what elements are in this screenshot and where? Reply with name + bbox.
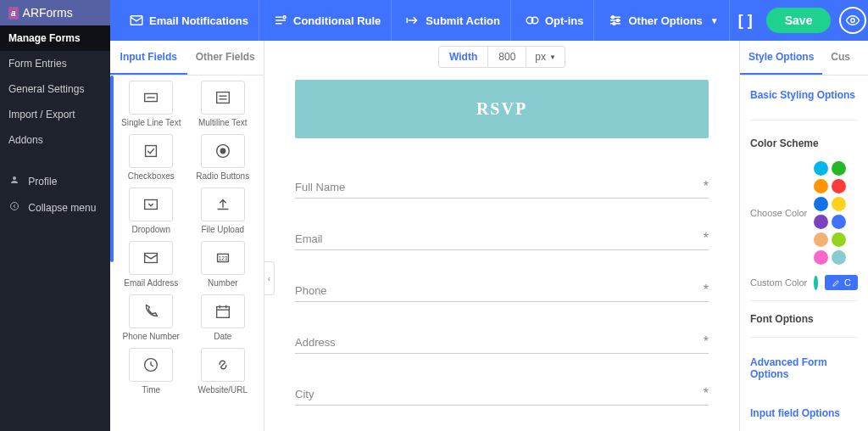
tab-style-options[interactable]: Style Options [740, 41, 822, 75]
form-field-phone[interactable]: Phone* [295, 283, 709, 302]
brand-name: ARForms [23, 6, 73, 20]
brand[interactable]: a ARForms [0, 0, 110, 25]
dropdown-icon [142, 195, 160, 214]
custom-color-button[interactable]: C [825, 275, 858, 290]
svg-rect-16 [146, 146, 157, 157]
sidebar-item-general-settings[interactable]: General Settings [0, 76, 110, 102]
form-field-city[interactable]: City* [295, 386, 709, 406]
svg-rect-19 [145, 200, 158, 210]
form-title[interactable]: RSVP [295, 80, 709, 138]
color-swatch[interactable] [832, 197, 846, 211]
width-control[interactable]: Width 800 px▼ [438, 46, 565, 68]
profile-icon [8, 175, 20, 188]
required-star: * [704, 283, 709, 298]
color-swatch[interactable] [814, 232, 828, 247]
field-url[interactable]: Website/URL [191, 348, 256, 395]
sidebar-item-form-entries[interactable]: Form Entries [0, 51, 110, 76]
tool-submit-action[interactable]: Submit Action [395, 0, 511, 41]
field-radio[interactable]: Radio Buttons [191, 134, 256, 181]
single-line-icon [142, 88, 160, 107]
svg-point-6 [612, 16, 615, 19]
field-date[interactable]: Date [191, 294, 256, 341]
field-email[interactable]: Email Address [119, 241, 184, 288]
palette-collapse-button[interactable]: ‹ [264, 261, 275, 295]
calendar-icon [214, 302, 232, 321]
field-multiline[interactable]: Multiline Text [191, 81, 256, 127]
options-icon [608, 13, 623, 28]
color-swatch[interactable] [832, 215, 846, 229]
code-bracket-icon[interactable]: [ ] [733, 12, 758, 30]
color-swatch[interactable] [814, 197, 828, 211]
phone-icon [142, 302, 160, 321]
form-field-address[interactable]: Address* [295, 334, 709, 354]
input-field-options-link[interactable]: Input field Options [740, 394, 868, 431]
collapse-icon [8, 201, 20, 214]
svg-rect-23 [216, 307, 229, 318]
palette-scrollbar[interactable] [110, 76, 114, 262]
color-swatches [814, 161, 858, 265]
sidebar-item-import-export[interactable]: Import / Export [0, 102, 110, 127]
multiline-icon [214, 88, 232, 107]
field-time[interactable]: Time [119, 348, 184, 395]
submit-icon [405, 13, 420, 28]
svg-text:123: 123 [218, 255, 227, 261]
optins-icon [525, 13, 540, 28]
advanced-form-options-link[interactable]: Advanced Form Options [740, 343, 868, 394]
required-star: * [704, 231, 709, 246]
color-swatch[interactable] [832, 250, 846, 265]
width-value[interactable]: 800 [488, 47, 526, 67]
sidebar-item-profile[interactable]: Profile [0, 168, 110, 194]
custom-color-swatch[interactable] [814, 276, 818, 290]
palette-tab-input-fields[interactable]: Input Fields [110, 41, 187, 75]
svg-rect-13 [216, 92, 229, 104]
chevron-down-icon: ▼ [710, 16, 719, 25]
required-star: * [704, 386, 709, 401]
eye-icon [845, 13, 860, 28]
field-phone[interactable]: Phone Number [119, 294, 184, 341]
field-number[interactable]: 123Number [191, 241, 256, 288]
sidebar-item-addons[interactable]: Addons [0, 127, 110, 153]
preview-button[interactable] [839, 7, 866, 34]
palette-tab-other-fields[interactable]: Other Fields [187, 41, 264, 75]
color-swatch[interactable] [832, 179, 846, 193]
form-field-fullname[interactable]: Full Name* [295, 179, 709, 199]
field-palette: Input Fields Other Fields Single Line Te… [110, 41, 264, 431]
link-icon [214, 355, 232, 374]
checkbox-icon [142, 142, 160, 160]
tool-opt-ins[interactable]: Opt-ins [515, 0, 595, 41]
font-options-title: Font Options [740, 306, 868, 332]
canvas: ‹ Width 800 px▼ RSVP Full Name* Email* P… [264, 41, 739, 431]
field-checkboxes[interactable]: Checkboxes [119, 134, 184, 181]
condition-icon [273, 13, 288, 28]
svg-rect-20 [145, 254, 158, 263]
svg-point-18 [220, 148, 225, 154]
field-dropdown[interactable]: Dropdown [119, 188, 184, 234]
sidebar-item-manage-forms[interactable]: Manage Forms [0, 25, 110, 51]
color-swatch[interactable] [814, 215, 828, 229]
color-scheme-title: Color Scheme [740, 126, 868, 156]
brand-icon: a [8, 7, 19, 20]
save-button[interactable]: Save [766, 8, 832, 33]
sidebar-item-collapse[interactable]: Collapse menu [0, 194, 110, 221]
wp-sidebar: a ARForms Manage Forms Form Entries Gene… [0, 0, 110, 431]
field-file[interactable]: File Upload [191, 188, 256, 234]
svg-point-7 [617, 20, 620, 22]
color-swatch[interactable] [832, 161, 846, 176]
color-swatch[interactable] [832, 232, 846, 247]
color-swatch[interactable] [814, 250, 828, 265]
color-swatch[interactable] [814, 179, 828, 193]
tab-customize[interactable]: Cus [822, 41, 859, 75]
width-unit-selector[interactable]: px▼ [526, 47, 565, 67]
color-swatch[interactable] [814, 161, 828, 176]
tool-email-notifications[interactable]: Email Notifications [119, 0, 259, 41]
basic-styling-link[interactable]: Basic Styling Options [740, 76, 868, 115]
svg-point-3 [283, 16, 286, 19]
choose-color-label: Choose Color [750, 208, 807, 218]
form-field-email[interactable]: Email* [295, 231, 709, 250]
field-single-line[interactable]: Single Line Text [119, 81, 184, 127]
number-icon: 123 [214, 249, 232, 267]
tool-conditional-rule[interactable]: Conditional Rule [263, 0, 392, 41]
envelope-icon [129, 13, 144, 28]
upload-icon [214, 195, 232, 214]
tool-other-options[interactable]: Other Options ▼ [598, 0, 729, 41]
